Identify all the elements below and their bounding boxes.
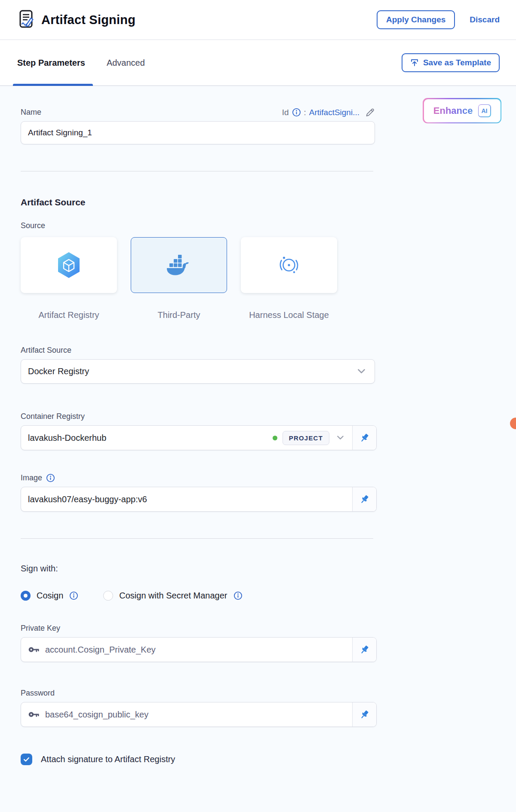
- radio-selected-icon: [21, 591, 31, 601]
- tab-step-parameters-label: Step Parameters: [17, 58, 85, 68]
- ai-badge: AI: [478, 104, 491, 117]
- source-card-label: Third-Party: [158, 308, 200, 322]
- radio-cosign-secret-manager-label: Cosign with Secret Manager: [119, 591, 227, 601]
- attach-signature-checkbox-row[interactable]: Attach signature to Artifact Registry: [21, 754, 375, 765]
- container-registry-label: Container Registry: [21, 412, 375, 421]
- sign-with-label: Sign with:: [21, 564, 375, 574]
- image-label: Image: [21, 473, 42, 482]
- password-secret-input[interactable]: base64_cosign_public_key: [21, 702, 352, 727]
- container-registry-select[interactable]: lavakush-Dockerhub PROJECT: [21, 426, 352, 450]
- harness-local-stage-icon: [277, 253, 301, 277]
- edit-id-pencil-icon[interactable]: [365, 107, 375, 117]
- artifact-source-select-value: Docker Registry: [28, 366, 358, 376]
- chevron-down-icon: [358, 369, 365, 374]
- name-label: Name: [21, 108, 41, 117]
- container-registry-value: lavakush-Dockerhub: [28, 433, 267, 443]
- source-card-label: Artifact Registry: [38, 308, 99, 322]
- tab-advanced-label: Advanced: [107, 58, 145, 68]
- connector-status-dot: [273, 436, 277, 440]
- step-parameters-panel: Enhance AI Name Id : ArtifactSigni...: [0, 86, 516, 812]
- id-separator: :: [304, 108, 306, 117]
- tab-step-parameters[interactable]: Step Parameters: [17, 40, 85, 85]
- private-key-field: account.Cosign_Private_Key: [21, 637, 377, 662]
- artifact-source-select[interactable]: Docker Registry: [21, 359, 375, 384]
- key-icon: [28, 645, 40, 654]
- image-input[interactable]: lavakush07/easy-buggy-app:v6: [21, 487, 352, 511]
- private-key-secret-input[interactable]: account.Cosign_Private_Key: [21, 638, 352, 662]
- source-label: Source: [21, 221, 375, 230]
- attach-signature-label: Attach signature to Artifact Registry: [41, 754, 175, 764]
- tab-advanced[interactable]: Advanced: [107, 40, 145, 85]
- cosign-secret-manager-info-icon[interactable]: [233, 591, 243, 600]
- cosign-info-icon[interactable]: [69, 591, 78, 600]
- container-registry-field: lavakush-Dockerhub PROJECT: [21, 425, 377, 450]
- artifact-registry-icon: [56, 251, 81, 279]
- step-header: Artifact Signing Apply Changes Discard: [0, 0, 516, 40]
- key-icon: [28, 710, 40, 719]
- id-info-icon[interactable]: [292, 108, 301, 117]
- discard-button[interactable]: Discard: [470, 15, 500, 24]
- private-key-label: Private Key: [21, 624, 375, 633]
- password-value: base64_cosign_public_key: [45, 710, 346, 720]
- id-label: Id: [282, 108, 289, 117]
- radio-unselected-icon: [103, 591, 113, 601]
- tab-bar: Step Parameters Advanced Save as Templat…: [0, 40, 516, 86]
- pin-input-type-button[interactable]: [352, 487, 376, 511]
- save-as-template-label: Save as Template: [423, 58, 491, 67]
- password-field: base64_cosign_public_key: [21, 702, 377, 727]
- artifact-source-select-label: Artifact Source: [21, 346, 375, 355]
- ai-badge-label: AI: [479, 105, 490, 116]
- id-value-link[interactable]: ArtifactSigni...: [309, 108, 359, 117]
- save-as-template-button[interactable]: Save as Template: [402, 53, 500, 72]
- chevron-down-icon[interactable]: [335, 436, 346, 440]
- pin-input-type-button[interactable]: [352, 638, 376, 662]
- page-title: Artifact Signing: [41, 13, 135, 27]
- source-card-artifact-registry[interactable]: [21, 237, 117, 293]
- radio-cosign-secret-manager[interactable]: Cosign with Secret Manager: [103, 591, 242, 601]
- section-divider: [21, 538, 373, 539]
- enhance-ai-button[interactable]: Enhance AI: [423, 98, 501, 123]
- radio-cosign[interactable]: Cosign: [21, 591, 78, 601]
- section-divider: [21, 171, 373, 171]
- image-value: lavakush07/easy-buggy-app:v6: [28, 495, 346, 504]
- artifact-source-heading: Artifact Source: [21, 197, 375, 208]
- scope-badge: PROJECT: [283, 431, 329, 445]
- sign-with-radio-group: Cosign Cosign with Secret Manager: [21, 591, 375, 601]
- password-label: Password: [21, 689, 375, 698]
- upload-template-icon: [410, 58, 419, 67]
- image-field: lavakush07/easy-buggy-app:v6: [21, 487, 377, 512]
- pin-input-type-button[interactable]: [352, 702, 376, 727]
- pin-input-type-button[interactable]: [352, 426, 376, 450]
- source-option-cards: Artifact Registry: [21, 237, 375, 322]
- source-card-label: Harness Local Stage: [249, 308, 329, 322]
- image-info-icon[interactable]: [46, 473, 55, 482]
- private-key-value: account.Cosign_Private_Key: [45, 645, 346, 655]
- apply-changes-button[interactable]: Apply Changes: [377, 10, 455, 29]
- docker-icon: [166, 254, 192, 276]
- source-card-third-party[interactable]: [131, 237, 227, 293]
- checkbox-checked-icon[interactable]: [21, 754, 32, 765]
- panel-resize-handle[interactable]: [510, 418, 516, 429]
- radio-cosign-label: Cosign: [37, 591, 63, 601]
- source-card-harness-local-stage[interactable]: [241, 237, 337, 293]
- artifact-signing-icon: [17, 9, 34, 30]
- enhance-label: Enhance: [433, 105, 473, 116]
- name-input[interactable]: [21, 121, 375, 144]
